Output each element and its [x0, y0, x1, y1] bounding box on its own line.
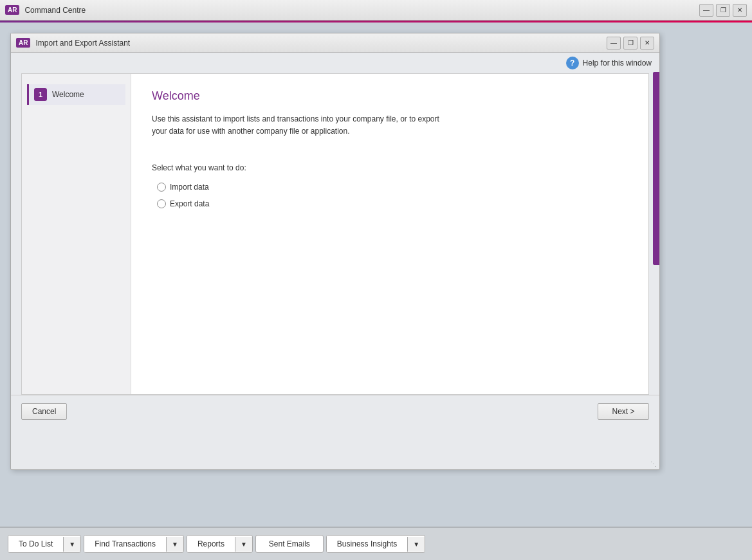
taskbar-sent[interactable]: Sent Emails [255, 535, 324, 553]
taskbar-todo[interactable]: To Do List ▼ [8, 535, 81, 553]
right-accent [653, 72, 659, 265]
outer-minimize-button[interactable]: — [699, 4, 713, 17]
taskbar: To Do List ▼ Find Transactions ▼ Reports… [0, 527, 752, 560]
taskbar-insights-arrow[interactable]: ▼ [407, 537, 425, 552]
dialog-body: 1 Welcome Welcome Use this assistant to … [21, 73, 649, 395]
inner-title: Import and Export Assistant [35, 39, 607, 48]
radio-group: Import data Export data [157, 183, 628, 208]
resize-handle[interactable]: ⋱ [650, 460, 658, 468]
export-radio-circle [157, 199, 166, 208]
help-button[interactable]: ? Help for this window [566, 57, 652, 69]
taskbar-find[interactable]: Find Transactions ▼ [84, 535, 184, 553]
import-radio-item[interactable]: Import data [157, 183, 628, 192]
import-radio-label: Import data [170, 183, 209, 192]
step-badge: 1 [34, 88, 47, 101]
taskbar-todo-arrow[interactable]: ▼ [63, 537, 80, 552]
taskbar-find-arrow[interactable]: ▼ [166, 537, 183, 552]
import-radio-circle [157, 183, 166, 192]
help-bar: ? Help for this window [11, 53, 659, 73]
outer-logo: AR [5, 5, 19, 15]
help-label: Help for this window [583, 59, 652, 68]
sidebar-step-1: 1 Welcome [27, 84, 125, 105]
export-radio-label: Export data [170, 199, 209, 208]
inner-minimize-button[interactable]: — [607, 37, 621, 50]
outer-title-bar: AR Command Centre — ❐ ✕ [0, 0, 752, 21]
inner-close-button[interactable]: ✕ [640, 37, 654, 50]
taskbar-reports-arrow[interactable]: ▼ [235, 537, 252, 552]
outer-window: AR Command Centre — ❐ ✕ AR Import and Ex… [0, 0, 752, 560]
cancel-button[interactable]: Cancel [21, 403, 67, 420]
inner-logo: AR [16, 38, 30, 48]
outer-close-button[interactable]: ✕ [733, 4, 747, 17]
description-line2: your data for use with another company f… [152, 127, 350, 136]
taskbar-reports[interactable]: Reports ▼ [187, 535, 253, 553]
content-title: Welcome [152, 89, 628, 103]
inner-restore-button[interactable]: ❐ [623, 37, 637, 50]
outer-title: Command Centre [24, 6, 699, 15]
main-content: AR Import and Export Assistant — ❐ ✕ ? H… [0, 23, 752, 527]
outer-window-controls: — ❐ ✕ [699, 4, 747, 17]
taskbar-todo-label: To Do List [8, 536, 63, 552]
taskbar-insights[interactable]: Business Insights ▼ [326, 535, 425, 553]
select-label: Select what you want to do: [152, 163, 628, 172]
description-line1: Use this assistant to import lists and t… [152, 114, 439, 123]
inner-title-bar: AR Import and Export Assistant — ❐ ✕ [11, 33, 659, 53]
sidebar-step-label: Welcome [52, 90, 84, 99]
inner-window: AR Import and Export Assistant — ❐ ✕ ? H… [10, 33, 660, 470]
taskbar-insights-label: Business Insights [327, 536, 407, 552]
content-description: Use this assistant to import lists and t… [152, 113, 628, 138]
taskbar-find-label: Find Transactions [84, 536, 166, 552]
content-area: Welcome Use this assistant to import lis… [131, 74, 648, 394]
help-icon: ? [566, 57, 579, 69]
button-bar: Cancel Next > [11, 395, 659, 428]
export-radio-item[interactable]: Export data [157, 199, 628, 208]
inner-window-controls: — ❐ ✕ [607, 37, 654, 50]
wizard-sidebar: 1 Welcome [22, 74, 131, 394]
outer-restore-button[interactable]: ❐ [716, 4, 730, 17]
next-button[interactable]: Next > [598, 403, 649, 420]
taskbar-reports-label: Reports [187, 536, 235, 552]
